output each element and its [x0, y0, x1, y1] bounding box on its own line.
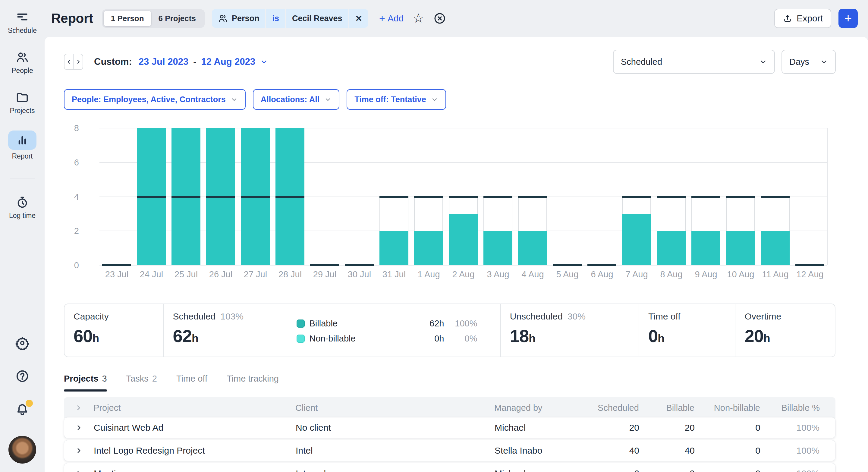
- legend-row-nonbillable: Non-billable 0h 0%: [297, 333, 477, 345]
- clear-filters-icon[interactable]: [433, 12, 446, 25]
- add-filter-button[interactable]: + Add: [379, 13, 404, 24]
- capacity-label: Capacity: [73, 311, 109, 322]
- unscheduled-value: 18: [510, 326, 529, 346]
- filter-chip-operator[interactable]: is: [266, 9, 285, 28]
- chart-day-slot[interactable]: [134, 128, 169, 265]
- x-tick-label: 12 Aug: [793, 270, 827, 279]
- x-tick-label: 30 Jul: [342, 270, 377, 279]
- chart-day-slot[interactable]: [307, 128, 342, 265]
- sidebar-item-projects[interactable]: Projects: [10, 90, 35, 115]
- scheduled-bar[interactable]: [691, 231, 720, 265]
- scheduled-bar[interactable]: [622, 214, 651, 265]
- sidebar-item-label: Log time: [9, 212, 36, 220]
- chart-day-slot[interactable]: [169, 128, 204, 265]
- chart-day-slot[interactable]: [481, 128, 516, 265]
- table-row[interactable]: Cuisinart Web Ad No client Michael 20 20…: [64, 417, 835, 438]
- x-tick-label: 23 Jul: [99, 270, 134, 279]
- date-range-button[interactable]: 23 Jul 2023 - 12 Aug 2023: [138, 56, 268, 67]
- scheduled-bar[interactable]: [484, 231, 513, 265]
- sidebar-item-schedule[interactable]: Schedule: [8, 10, 37, 35]
- sidebar-item-report[interactable]: Report: [8, 130, 36, 160]
- row-expand-chevron-icon[interactable]: [64, 470, 94, 472]
- metric-dropdown-value: Scheduled: [621, 57, 662, 67]
- export-button[interactable]: Export: [774, 9, 831, 28]
- timeoff-unit: h: [658, 332, 664, 345]
- next-range-button[interactable]: [74, 54, 83, 69]
- scheduled-bar[interactable]: [657, 231, 686, 265]
- chart-day-slot[interactable]: [99, 128, 134, 265]
- unit-dropdown[interactable]: Days: [781, 50, 836, 74]
- filter-chip-remove-icon[interactable]: ✕: [349, 9, 368, 28]
- chart-day-slot[interactable]: [723, 128, 758, 265]
- chart-day-slot[interactable]: [204, 128, 238, 265]
- chart-day-slot[interactable]: [446, 128, 481, 265]
- sidebar-item-people[interactable]: People: [11, 50, 33, 75]
- capacity-line: [276, 196, 304, 198]
- scheduled-bar[interactable]: [761, 231, 789, 265]
- capacity-line: [795, 264, 824, 266]
- tab-tasks[interactable]: Tasks2: [126, 374, 157, 391]
- prev-range-button[interactable]: [64, 54, 74, 69]
- col-project: Project: [93, 403, 296, 413]
- help-icon[interactable]: [15, 369, 30, 383]
- cell-billable-pct: 100%: [761, 422, 819, 433]
- chart-day-slot[interactable]: [273, 128, 307, 265]
- timeoff-filter-pill[interactable]: Time off: Tentative: [347, 89, 446, 110]
- avatar[interactable]: [8, 436, 36, 464]
- filter-chip-value[interactable]: Cecil Reaves: [286, 9, 348, 28]
- notifications-bell-icon[interactable]: [15, 402, 30, 417]
- favorite-star-icon[interactable]: ☆: [412, 12, 424, 25]
- cell-client: Intel: [296, 445, 495, 456]
- allocations-filter-label: Allocations: All: [261, 95, 320, 104]
- projects-count-segment[interactable]: 6 Projects: [151, 11, 203, 26]
- create-new-button[interactable]: +: [838, 9, 858, 28]
- chart-day-slot[interactable]: [619, 128, 654, 265]
- folder-icon: [16, 90, 29, 104]
- chart-day-slot[interactable]: [516, 128, 550, 265]
- tab-projects[interactable]: Projects3: [64, 374, 107, 391]
- y-tick-label: 2: [57, 226, 79, 236]
- row-expand-chevron-icon[interactable]: [64, 447, 94, 454]
- x-tick-label: 11 Aug: [758, 270, 793, 279]
- chart-day-slot[interactable]: [689, 128, 723, 265]
- chart-day-slot[interactable]: [585, 128, 619, 265]
- allocations-filter-pill[interactable]: Allocations: All: [253, 89, 340, 110]
- add-filter-label: Add: [388, 13, 404, 24]
- chart-day-slot[interactable]: [550, 128, 585, 265]
- cell-non-billable: 0: [695, 445, 761, 456]
- notification-dot: [26, 400, 33, 407]
- cell-billable-pct: 100%: [761, 445, 819, 456]
- chart-day-slot[interactable]: [238, 128, 273, 265]
- chart-day-slot[interactable]: [411, 128, 446, 265]
- x-tick-label: 10 Aug: [723, 270, 758, 279]
- scheduled-bar[interactable]: [518, 231, 547, 265]
- col-managed-by: Managed by: [494, 403, 579, 413]
- export-upload-icon: [783, 13, 792, 23]
- settings-gear-icon[interactable]: [15, 336, 30, 350]
- capacity-line: [518, 196, 547, 198]
- table-row[interactable]: Meetings Internal Michael 2 2 0 100%: [64, 463, 835, 472]
- detail-tabs: Projects3 Tasks2 Time off Time tracking: [64, 374, 279, 391]
- filter-chip-field[interactable]: Person: [212, 9, 266, 28]
- metric-dropdown[interactable]: Scheduled: [613, 50, 775, 74]
- scheduled-bar[interactable]: [414, 231, 443, 265]
- tab-time-off[interactable]: Time off: [176, 374, 207, 391]
- row-expand-chevron-icon[interactable]: [64, 424, 94, 432]
- table-row[interactable]: Intel Logo Redesign Project Intel Stella…: [64, 440, 835, 461]
- scheduled-bar[interactable]: [449, 214, 478, 265]
- legend-row-billable: Billable 62h 100%: [297, 317, 477, 329]
- sidebar-item-log-time[interactable]: Log time: [9, 195, 36, 220]
- chart-day-slot[interactable]: [654, 128, 689, 265]
- scheduled-card: Scheduled 103% 62h Billable 62h 100% Non…: [163, 304, 500, 356]
- person-count-segment[interactable]: 1 Person: [104, 11, 151, 26]
- chart-day-slot[interactable]: [342, 128, 377, 265]
- chart-day-slot[interactable]: [377, 128, 411, 265]
- chart-day-slot[interactable]: [793, 128, 827, 265]
- people-filter-pill[interactable]: People: Employees, Active, Contractors: [64, 89, 246, 110]
- scheduled-bar[interactable]: [726, 231, 755, 265]
- expand-all-chevron-icon[interactable]: [64, 404, 93, 412]
- chart-day-slot[interactable]: [758, 128, 793, 265]
- scheduled-bar[interactable]: [379, 231, 408, 265]
- overtime-card: Overtime 20h: [735, 304, 835, 356]
- tab-time-tracking[interactable]: Time tracking: [227, 374, 279, 391]
